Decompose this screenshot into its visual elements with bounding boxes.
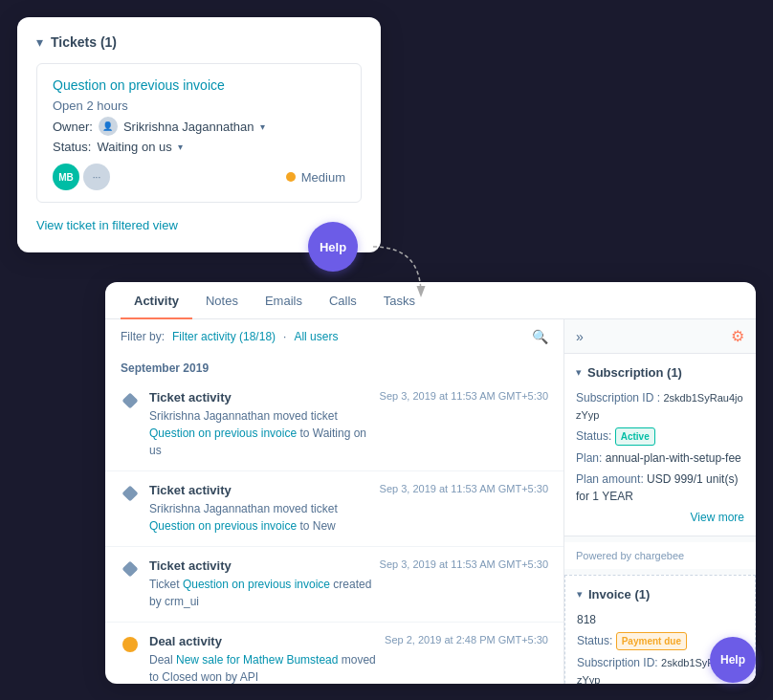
invoice-sub-id-label: Subscription ID: — [577, 656, 658, 669]
priority-badge: Medium — [286, 170, 345, 185]
owner-name: Srikrishna Jagannathan — [123, 120, 254, 134]
activity-ticket-link[interactable]: Question on previous invoice — [149, 427, 297, 440]
avatar-mb: MB — [53, 164, 79, 190]
ticket-card: ▾ Tickets (1) Question on previous invoi… — [17, 17, 381, 252]
ticket-activity-icon — [121, 391, 140, 410]
sub-plan-field: Plan: annual-plan-with-setup-fee — [576, 449, 744, 467]
priority-label: Medium — [301, 170, 345, 185]
activity-left: Deal activity Deal New sale for Mathew B… — [121, 634, 377, 684]
left-section: Filter by: Filter activity (18/18) · All… — [105, 319, 564, 684]
subscription-title: Subscription (1) — [587, 365, 682, 380]
activity-content: Ticket activity Ticket Question on previ… — [149, 558, 372, 610]
status-dropdown-icon[interactable]: ▾ — [178, 142, 183, 152]
arrow-indicator — [364, 237, 440, 314]
ticket-card-title: Tickets (1) — [51, 34, 117, 50]
search-icon[interactable]: 🔍 — [532, 329, 548, 344]
activity-time: Sep 2, 2019 at 2:48 PM GMT+5:30 — [385, 634, 548, 645]
deal-dot-icon — [122, 637, 138, 652]
diamond-icon — [122, 561, 139, 578]
activity-left: Ticket activity Ticket Question on previ… — [121, 558, 372, 610]
ticket-open-time: Open 2 hours — [53, 98, 345, 113]
activity-ticket-link[interactable]: Question on previous invoice — [183, 578, 330, 591]
chevron-down-icon[interactable]: ▾ — [36, 34, 43, 50]
filter-separator: · — [283, 330, 286, 343]
activity-left: Ticket activity Srikrishna Jagannathan m… — [121, 483, 372, 535]
activity-content: Ticket activity Srikrishna Jagannathan m… — [149, 390, 372, 459]
activity-row-top: Ticket activity Ticket Question on previ… — [121, 558, 548, 610]
sub-view-more-link[interactable]: View more — [576, 511, 744, 524]
all-users-link[interactable]: All users — [294, 330, 338, 343]
ticket-activity-icon — [121, 484, 140, 503]
status-value: Waiting on us — [97, 140, 171, 154]
owner-dropdown-icon[interactable]: ▾ — [260, 121, 265, 132]
sub-id-field: Subscription ID : 2skdb1SyRau4jozYyp — [576, 389, 744, 424]
activity-row-top: Ticket activity Srikrishna Jagannathan m… — [121, 483, 548, 535]
activity-title: Ticket activity — [149, 558, 372, 573]
right-section: » ⚙ ▾ Subscription (1) Subscription ID :… — [564, 319, 756, 684]
sub-status-field: Status: Active — [576, 427, 744, 446]
diamond-icon — [122, 486, 139, 502]
right-top-bar: » ⚙ — [564, 319, 756, 354]
avatar-extra: ··· — [83, 164, 110, 190]
ticket-owner-row: Owner: 👤 Srikrishna Jagannathan ▾ — [53, 117, 345, 136]
filter-activity-link[interactable]: Filter activity (18/18) — [172, 330, 276, 343]
subscription-block: ▾ Subscription (1) Subscription ID : 2sk… — [564, 354, 756, 536]
sub-amount-label: Plan amount: — [576, 472, 644, 486]
desc-prefix: Deal — [149, 653, 176, 667]
tab-emails[interactable]: Emails — [252, 282, 316, 319]
collapse-icon[interactable]: » — [576, 329, 584, 344]
powered-by-sub: Powered by chargebee — [564, 542, 756, 569]
desc-prefix: Srikrishna Jagannathan moved ticket — [149, 409, 338, 423]
invoice-id-field: 818 — [577, 611, 743, 628]
filter-by-label: Filter by: — [121, 330, 165, 343]
deal-activity-icon — [121, 635, 140, 654]
sub-plan-label: Plan: — [576, 451, 602, 465]
ticket-card-header: ▾ Tickets (1) — [36, 34, 362, 50]
invoice-header: ▾ Invoice (1) — [577, 587, 743, 602]
subscription-header: ▾ Subscription (1) — [576, 365, 744, 380]
ticket-name-link[interactable]: Question on previous invoice — [53, 77, 345, 93]
list-item: Deal activity Deal New sale for Mathew B… — [105, 623, 563, 684]
ticket-activity-icon — [121, 559, 140, 579]
activity-row-top: Deal activity Deal New sale for Mathew B… — [121, 634, 548, 684]
tab-calls[interactable]: Calls — [316, 282, 370, 319]
activity-left: Ticket activity Srikrishna Jagannathan m… — [121, 390, 372, 459]
desc-prefix: Srikrishna Jagannathan moved ticket — [149, 502, 338, 515]
activity-content: Deal activity Deal New sale for Mathew B… — [149, 634, 377, 684]
activity-title: Ticket activity — [149, 390, 372, 405]
hubspot-logo-icon: ⚙ — [731, 327, 744, 345]
list-item: Ticket activity Srikrishna Jagannathan m… — [105, 379, 563, 471]
activity-desc: Deal New sale for Mathew Bumstead moved … — [149, 651, 377, 684]
help-button-top[interactable]: Help — [308, 222, 358, 272]
assignees-avatars: MB ··· — [53, 164, 110, 190]
ticket-item: Question on previous invoice Open 2 hour… — [36, 63, 362, 203]
help-button-bottom[interactable]: Help — [710, 637, 756, 683]
desc-prefix: Ticket — [149, 578, 183, 591]
activity-desc: Srikrishna Jagannathan moved ticket Ques… — [149, 500, 372, 535]
list-item: Ticket activity Srikrishna Jagannathan m… — [105, 471, 563, 547]
sub-status-label: Status: — [576, 429, 611, 443]
filter-left: Filter by: Filter activity (18/18) · All… — [121, 330, 338, 343]
activity-desc: Srikrishna Jagannathan moved ticket Ques… — [149, 407, 372, 459]
sub-chevron-icon[interactable]: ▾ — [576, 366, 582, 379]
list-item: Ticket activity Ticket Question on previ… — [105, 547, 563, 623]
sub-plan-value: annual-plan-with-setup-fee — [606, 451, 741, 465]
tab-notes[interactable]: Notes — [192, 282, 252, 319]
inv-chevron-icon[interactable]: ▾ — [577, 588, 583, 601]
owner-label: Owner: — [53, 120, 93, 134]
activity-row-top: Ticket activity Srikrishna Jagannathan m… — [121, 390, 548, 459]
main-panel-inner: Filter by: Filter activity (18/18) · All… — [105, 319, 756, 684]
ticket-footer: MB ··· Medium — [53, 164, 345, 190]
owner-avatar: 👤 — [99, 117, 118, 136]
activity-desc: Ticket Question on previous invoice crea… — [149, 576, 372, 610]
activity-title: Deal activity — [149, 634, 377, 648]
activity-ticket-link[interactable]: Question on previous invoice — [149, 519, 297, 533]
main-panel: Activity Notes Emails Calls Tasks Filter… — [105, 282, 756, 684]
filter-bar: Filter by: Filter activity (18/18) · All… — [105, 319, 563, 354]
activity-content: Ticket activity Srikrishna Jagannathan m… — [149, 483, 372, 535]
activity-time: Sep 3, 2019 at 11:53 AM GMT+5:30 — [380, 483, 548, 494]
view-ticket-link[interactable]: View ticket in filtered view — [36, 218, 178, 232]
activity-time: Sep 3, 2019 at 11:53 AM GMT+5:30 — [380, 558, 548, 570]
activity-deal-link[interactable]: New sale for Mathew Bumstead — [176, 653, 338, 667]
tab-activity[interactable]: Activity — [121, 282, 192, 319]
